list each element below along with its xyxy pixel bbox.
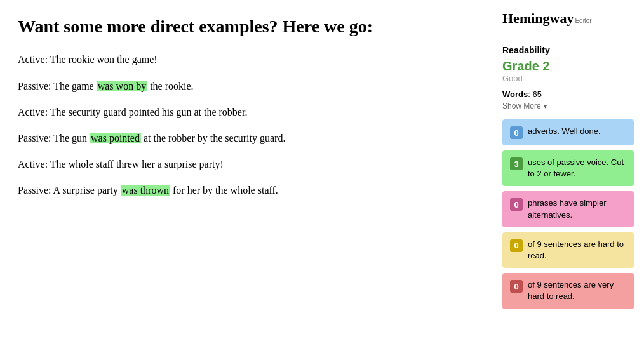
paragraph-1: Active: The rookie won the game! [18, 51, 474, 68]
paragraph-3: Active: The security guard pointed his g… [18, 103, 474, 121]
main-heading: Want some more direct examples? Here we … [18, 15, 474, 38]
words-count: 65 [532, 90, 541, 99]
brand: Hemingway Editor [502, 10, 634, 27]
stat-text-passive: uses of passive voice. Cut to 2 or fewer… [528, 157, 626, 180]
paragraph-6: Passive: A surprise party was thrown for… [18, 182, 474, 199]
sidebar: Hemingway Editor Readability Grade 2 Goo… [492, 0, 644, 339]
p6-before: Passive: A surprise party [18, 185, 121, 196]
brand-divider [502, 37, 634, 37]
p5-text: Active: The whole staff threw her a surp… [18, 159, 224, 170]
readability-label: Readability [502, 45, 634, 55]
grade-description: Good [502, 74, 634, 83]
p1-text: Active: The rookie won the game! [18, 54, 158, 65]
words-label: Words [502, 90, 528, 99]
p4-after: at the robber by the security guard. [141, 133, 285, 143]
show-more-button[interactable]: Show More ▾ [502, 102, 634, 110]
stat-card-very-hard-read: 0of 9 sentences are very hard to read. [502, 273, 634, 309]
words-line: Words: 65 [502, 90, 634, 99]
p6-highlight: was thrown [121, 185, 170, 196]
brand-editor: Editor [575, 17, 591, 24]
stat-text-simpler: phrases have simpler alternatives. [528, 197, 626, 220]
chevron-down-icon: ▾ [544, 103, 547, 110]
brand-name: Hemingway [502, 10, 574, 27]
grade-value: Grade 2 [502, 59, 634, 74]
stat-text-adverbs: adverbs. Well done. [528, 126, 601, 137]
stat-cards: 0adverbs. Well done.3uses of passive voi… [502, 119, 634, 309]
p2-after: the rookie. [147, 81, 193, 91]
stat-text-hard-read: of 9 sentences are hard to read. [528, 239, 626, 262]
paragraph-4: Passive: The gun was pointed at the robb… [18, 130, 474, 147]
stat-number-very-hard-read: 0 [510, 280, 523, 293]
stat-card-hard-read: 0of 9 sentences are hard to read. [502, 232, 634, 268]
p2-before: Passive: The game [18, 81, 97, 91]
p2-highlight: was won by [97, 81, 147, 91]
paragraph-5: Active: The whole staff threw her a surp… [18, 156, 474, 173]
stat-number-passive: 3 [510, 157, 523, 170]
stat-text-very-hard-read: of 9 sentences are very hard to read. [528, 279, 626, 302]
paragraph-2: Passive: The game was won by the rookie. [18, 77, 474, 95]
p4-before: Passive: The gun [18, 133, 90, 143]
show-more-label: Show More [502, 102, 541, 110]
stat-card-passive: 3uses of passive voice. Cut to 2 or fewe… [502, 150, 634, 186]
stat-number-hard-read: 0 [510, 239, 523, 252]
stat-number-adverbs: 0 [510, 126, 523, 139]
p4-highlight: was pointed [90, 133, 141, 143]
stat-number-simpler: 0 [510, 198, 523, 211]
p3-text: Active: The security guard pointed his g… [18, 107, 247, 117]
stat-card-adverbs: 0adverbs. Well done. [502, 119, 634, 145]
p6-after: for her by the whole staff. [170, 185, 278, 196]
stat-card-simpler: 0phrases have simpler alternatives. [502, 191, 634, 227]
main-content: Want some more direct examples? Here we … [0, 0, 492, 339]
